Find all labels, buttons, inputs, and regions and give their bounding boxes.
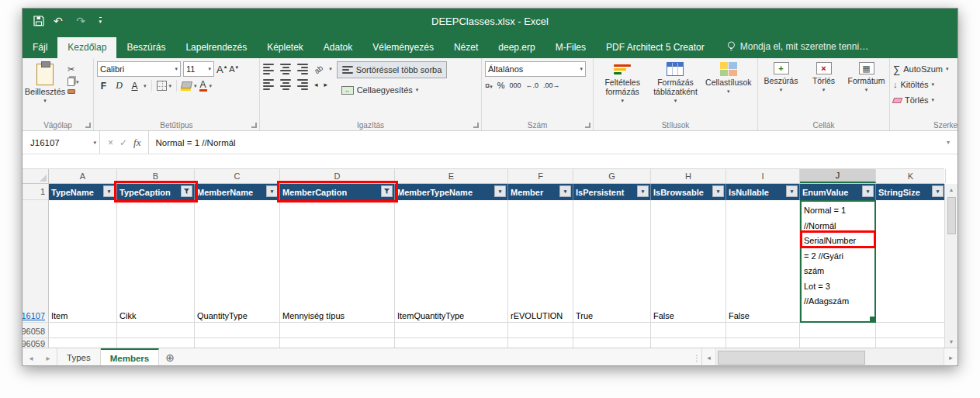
cell-b16107[interactable]: Cikk xyxy=(117,200,195,323)
wrap-text-button[interactable]: Sortöréssel több sorba xyxy=(337,61,448,78)
tab-pdf-architect[interactable]: PDF Architect 5 Creator xyxy=(596,37,715,58)
tab-scroll-splitter[interactable]: ⋮ xyxy=(692,348,701,366)
undo-button[interactable]: ↶▾ xyxy=(54,15,67,27)
tab-insert[interactable]: Beszúrás xyxy=(116,37,175,58)
tab-review[interactable]: Véleményezés xyxy=(362,37,444,58)
horizontal-scrollbar[interactable]: ◂ ▸ xyxy=(701,348,957,366)
scroll-right-button[interactable]: ▸ xyxy=(944,348,957,366)
number-format-select[interactable]: Általános▾ xyxy=(485,61,586,77)
empty-cell[interactable] xyxy=(876,338,944,348)
cell-styles-button[interactable]: Cellastílusok ▾ xyxy=(703,62,754,118)
cell-d16107[interactable]: Mennyiség típus xyxy=(280,200,395,323)
thousands-separator-button[interactable]: 000 xyxy=(509,81,521,89)
underline-button[interactable]: A xyxy=(128,81,141,92)
name-box[interactable]: J16107 ▾ xyxy=(23,131,100,154)
format-as-table-button[interactable]: Formázás táblázatként ▾ xyxy=(649,62,701,118)
filter-applied-button[interactable] xyxy=(381,185,393,197)
tab-page-layout[interactable]: Lapelrendezés xyxy=(175,37,257,58)
borders-button[interactable] xyxy=(157,81,167,91)
tell-me-box[interactable]: Mondja el, mit szeretne tenni… xyxy=(719,41,876,58)
tab-formulas[interactable]: Képletek xyxy=(257,37,313,58)
redo-button[interactable]: ↷▾ xyxy=(76,15,89,27)
align-center-button[interactable] xyxy=(280,79,291,90)
paste-button[interactable]: Beillesztés ▾ xyxy=(26,61,64,104)
select-all-button[interactable] xyxy=(23,169,49,183)
increase-indent-button[interactable]: ▸ xyxy=(324,81,328,88)
cell-i16107[interactable]: False xyxy=(726,200,800,323)
decrease-indent-button[interactable]: ◂ xyxy=(314,81,318,88)
orientation-button[interactable]: ab xyxy=(313,63,325,75)
cut-button[interactable]: ✂ xyxy=(68,64,79,74)
empty-cell[interactable] xyxy=(280,323,395,338)
header-cell-ispersistent[interactable]: IsPersistent▾ xyxy=(573,184,651,200)
sheet-tab-types[interactable]: Types xyxy=(57,348,101,366)
fill-button[interactable]: ↓ Kitöltés ▾ xyxy=(893,77,957,92)
scroll-up-button[interactable]: ▴ xyxy=(950,184,953,196)
header-cell-stringsize[interactable]: StringSize▾ xyxy=(876,184,944,200)
header-cell-membertypename[interactable]: MemberTypeName▾ xyxy=(395,184,508,200)
increase-font-button[interactable]: A▴ xyxy=(216,64,227,75)
tab-data[interactable]: Adatok xyxy=(313,37,362,58)
column-header-g[interactable]: G xyxy=(573,169,651,183)
tab-home[interactable]: Kezdőlap xyxy=(57,37,116,58)
empty-cell[interactable] xyxy=(651,323,726,338)
clipboard-dialog-launcher[interactable] xyxy=(85,123,91,128)
cell-e16107[interactable]: ItemQuantityType xyxy=(395,200,508,323)
expand-formula-bar-button[interactable]: ▾ xyxy=(939,131,957,154)
increase-decimal-button[interactable]: ←.0 xyxy=(525,81,538,89)
sheet-tab-members-active[interactable]: Members xyxy=(101,348,160,366)
header-cell-typename[interactable]: TypeName▾ xyxy=(49,184,117,200)
row-header-96059[interactable]: 96059 xyxy=(23,338,49,348)
header-cell-membername[interactable]: MemberName▾ xyxy=(195,184,280,200)
column-header-f[interactable]: F xyxy=(508,169,573,183)
tab-file[interactable]: Fájl xyxy=(23,37,57,58)
filter-dropdown-button[interactable]: ▾ xyxy=(637,185,649,197)
empty-cell[interactable] xyxy=(726,323,800,338)
fill-color-button[interactable] xyxy=(181,81,192,88)
align-bottom-button[interactable] xyxy=(297,64,308,74)
header-cell-member[interactable]: Member▾ xyxy=(508,184,573,200)
tab-deep-erp[interactable]: deep.erp xyxy=(488,37,545,58)
cell-c16107[interactable]: QuantityType xyxy=(195,200,280,323)
horizontal-scroll-track[interactable] xyxy=(715,348,944,366)
conditional-formatting-button[interactable]: Feltételes formázás ▾ xyxy=(597,62,648,118)
empty-cell[interactable] xyxy=(651,338,726,348)
column-header-h[interactable]: H xyxy=(651,169,726,183)
column-header-e[interactable]: E xyxy=(395,169,508,183)
previous-sheet-button[interactable]: ◂ xyxy=(23,348,40,366)
cell-g16107[interactable]: True xyxy=(573,200,651,323)
empty-cell[interactable] xyxy=(117,323,195,338)
filter-dropdown-button[interactable]: ▾ xyxy=(786,185,798,197)
customize-quick-access-button[interactable]: ▾ xyxy=(99,17,102,25)
vertical-scroll-thumb[interactable] xyxy=(947,197,956,234)
next-sheet-button[interactable]: ▸ xyxy=(40,348,57,366)
delete-cells-button[interactable]: × Törlés ▾ xyxy=(804,62,843,118)
column-header-k[interactable]: K xyxy=(876,169,946,183)
column-header-d[interactable]: D xyxy=(280,169,395,183)
header-cell-typecaption[interactable]: TypeCaption xyxy=(117,184,195,200)
column-header-b[interactable]: B xyxy=(117,169,195,183)
row-header-16107[interactable]: 16107 xyxy=(23,200,49,323)
cell-f16107[interactable]: rEVOLUTION xyxy=(508,200,573,323)
header-cell-isnullable[interactable]: IsNullable▾ xyxy=(726,184,800,200)
formula-input[interactable]: Normal = 1 //Normál xyxy=(149,131,939,154)
insert-function-button[interactable]: fx xyxy=(133,137,140,149)
column-header-c[interactable]: C xyxy=(195,169,280,183)
clear-button[interactable]: Törlés ▾ xyxy=(893,92,957,108)
italic-button[interactable]: D xyxy=(113,80,126,92)
filter-dropdown-button[interactable]: ▾ xyxy=(862,185,874,197)
font-color-button[interactable]: A xyxy=(199,80,207,92)
align-left-button[interactable] xyxy=(263,79,274,90)
filter-dropdown-button[interactable]: ▾ xyxy=(103,185,115,197)
empty-cell[interactable] xyxy=(508,338,573,348)
percent-button[interactable]: % xyxy=(497,81,505,90)
format-painter-button[interactable] xyxy=(68,89,79,94)
empty-cell[interactable] xyxy=(195,323,280,338)
format-cells-button[interactable]: ▦ Formátum ▾ xyxy=(847,62,886,118)
header-cell-isbrowsable[interactable]: IsBrowsable▾ xyxy=(651,184,726,200)
row-header-96058[interactable]: 96058 xyxy=(23,323,49,338)
alignment-dialog-launcher[interactable] xyxy=(473,123,479,128)
filter-dropdown-button[interactable]: ▾ xyxy=(266,185,278,197)
align-right-button[interactable] xyxy=(297,79,308,90)
cell-h16107[interactable]: False xyxy=(651,200,726,323)
